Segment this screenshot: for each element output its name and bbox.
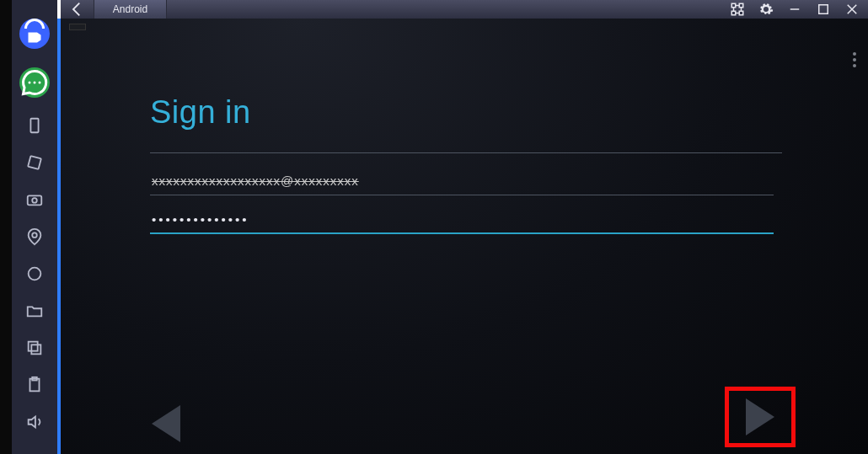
- copy-icon[interactable]: [25, 339, 44, 357]
- gear-icon[interactable]: [758, 2, 774, 17]
- svg-rect-2: [28, 195, 42, 205]
- apk-icon[interactable]: [25, 264, 44, 283]
- title-divider: [150, 152, 782, 153]
- minimize-icon[interactable]: [787, 2, 802, 17]
- rotate-icon[interactable]: [25, 153, 44, 172]
- maximize-icon[interactable]: [816, 2, 831, 17]
- app-layout-icon[interactable]: [730, 2, 745, 17]
- android-status-bar: [69, 24, 86, 30]
- tab-label: Android: [113, 3, 147, 15]
- svg-rect-13: [739, 11, 743, 15]
- title-bar: Android: [61, 0, 868, 19]
- close-icon[interactable]: [844, 2, 860, 17]
- svg-rect-1: [28, 156, 41, 169]
- svg-point-4: [32, 232, 37, 238]
- email-field[interactable]: [150, 167, 774, 195]
- svg-rect-6: [31, 345, 40, 354]
- svg-rect-7: [29, 342, 38, 351]
- overflow-menu-button[interactable]: [853, 52, 856, 67]
- svg-rect-0: [30, 119, 38, 133]
- signin-form: Sign in: [150, 94, 782, 234]
- next-arrow-highlight: [725, 387, 796, 447]
- snapshot-icon[interactable]: [25, 190, 44, 209]
- emulator-outer: Android: [61, 0, 868, 454]
- clipboard-icon[interactable]: [25, 376, 44, 394]
- location-icon[interactable]: [25, 227, 44, 246]
- android-viewport: Sign in: [61, 19, 868, 454]
- svg-rect-11: [739, 3, 743, 8]
- svg-rect-10: [731, 3, 736, 8]
- folder-icon[interactable]: [25, 302, 44, 320]
- tab-android[interactable]: Android: [94, 0, 167, 19]
- chat-icon[interactable]: [19, 67, 50, 98]
- volume-icon[interactable]: [25, 413, 44, 431]
- window-controls: [730, 0, 868, 19]
- camera-wifi-icon[interactable]: [19, 19, 50, 49]
- svg-point-3: [32, 198, 37, 203]
- svg-rect-14: [819, 5, 828, 14]
- prev-arrow-button[interactable]: [152, 405, 180, 442]
- page-title: Sign in: [150, 94, 782, 131]
- svg-point-5: [29, 268, 41, 280]
- back-button[interactable]: [61, 0, 94, 19]
- next-arrow-button[interactable]: [746, 398, 774, 435]
- bluestacks-sidebar: [12, 0, 57, 454]
- window-left-edge: [0, 0, 12, 454]
- password-field[interactable]: [150, 206, 774, 234]
- svg-rect-12: [731, 11, 736, 15]
- device-icon[interactable]: [25, 116, 44, 135]
